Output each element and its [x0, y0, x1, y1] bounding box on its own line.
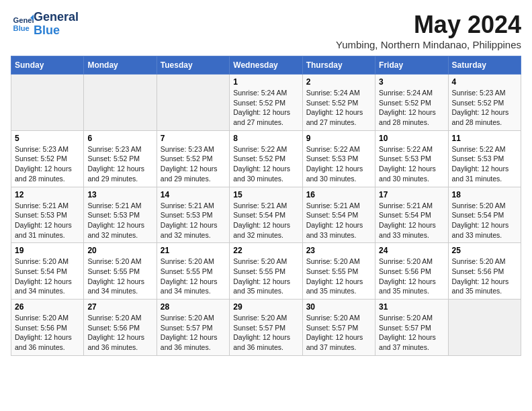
weekday-header-friday: Friday	[375, 56, 448, 75]
calendar-cell: 24Sunrise: 5:20 AM Sunset: 5:56 PM Dayli…	[375, 243, 448, 300]
day-number: 10	[379, 134, 444, 143]
day-info: Sunrise: 5:20 AM Sunset: 5:55 PM Dayligh…	[233, 257, 298, 296]
calendar-cell: 14Sunrise: 5:21 AM Sunset: 5:53 PM Dayli…	[157, 187, 229, 243]
calendar-cell	[84, 75, 157, 131]
day-number: 4	[452, 77, 517, 87]
day-number: 23	[306, 246, 371, 255]
day-info: Sunrise: 5:20 AM Sunset: 5:56 PM Dayligh…	[452, 257, 517, 296]
day-info: Sunrise: 5:24 AM Sunset: 5:52 PM Dayligh…	[233, 88, 298, 128]
logo-blue: Blue	[34, 24, 79, 38]
day-info: Sunrise: 5:20 AM Sunset: 5:57 PM Dayligh…	[306, 313, 371, 353]
day-number: 3	[379, 77, 444, 87]
day-info: Sunrise: 5:20 AM Sunset: 5:57 PM Dayligh…	[233, 313, 298, 353]
calendar-cell: 26Sunrise: 5:20 AM Sunset: 5:56 PM Dayli…	[11, 300, 84, 356]
calendar-cell: 27Sunrise: 5:20 AM Sunset: 5:56 PM Dayli…	[84, 300, 157, 356]
day-number: 2	[306, 77, 371, 87]
weekday-header-saturday: Saturday	[448, 56, 521, 75]
day-info: Sunrise: 5:24 AM Sunset: 5:52 PM Dayligh…	[379, 88, 444, 128]
day-info: Sunrise: 5:23 AM Sunset: 5:52 PM Dayligh…	[452, 88, 517, 128]
week-row-5: 26Sunrise: 5:20 AM Sunset: 5:56 PM Dayli…	[11, 300, 521, 356]
day-info: Sunrise: 5:20 AM Sunset: 5:57 PM Dayligh…	[161, 313, 226, 353]
calendar-cell: 4Sunrise: 5:23 AM Sunset: 5:52 PM Daylig…	[448, 75, 521, 131]
day-info: Sunrise: 5:20 AM Sunset: 5:55 PM Dayligh…	[87, 257, 152, 296]
logo: General Blue General Blue	[11, 11, 79, 38]
day-info: Sunrise: 5:20 AM Sunset: 5:55 PM Dayligh…	[306, 257, 371, 296]
calendar-cell: 17Sunrise: 5:21 AM Sunset: 5:54 PM Dayli…	[375, 187, 448, 243]
calendar-cell: 13Sunrise: 5:21 AM Sunset: 5:53 PM Dayli…	[84, 187, 157, 243]
calendar-body: 1Sunrise: 5:24 AM Sunset: 5:52 PM Daylig…	[11, 75, 521, 356]
subtitle: Yumbing, Northern Mindanao, Philippines	[336, 39, 521, 50]
weekday-row: SundayMondayTuesdayWednesdayThursdayFrid…	[11, 56, 521, 75]
day-number: 7	[161, 134, 226, 143]
day-number: 31	[379, 302, 444, 312]
weekday-header-wednesday: Wednesday	[230, 56, 302, 75]
calendar-cell: 9Sunrise: 5:22 AM Sunset: 5:53 PM Daylig…	[302, 130, 375, 187]
day-info: Sunrise: 5:21 AM Sunset: 5:54 PM Dayligh…	[306, 201, 371, 240]
day-info: Sunrise: 5:22 AM Sunset: 5:52 PM Dayligh…	[233, 144, 298, 184]
day-info: Sunrise: 5:20 AM Sunset: 5:56 PM Dayligh…	[87, 313, 152, 353]
day-info: Sunrise: 5:23 AM Sunset: 5:52 PM Dayligh…	[87, 144, 152, 184]
day-number: 8	[233, 134, 298, 143]
day-info: Sunrise: 5:21 AM Sunset: 5:54 PM Dayligh…	[233, 201, 298, 240]
calendar-cell: 31Sunrise: 5:20 AM Sunset: 5:57 PM Dayli…	[375, 300, 448, 356]
day-number: 5	[15, 134, 80, 143]
svg-text:Blue: Blue	[13, 24, 30, 32]
week-row-4: 19Sunrise: 5:20 AM Sunset: 5:54 PM Dayli…	[11, 243, 521, 300]
calendar-cell: 12Sunrise: 5:21 AM Sunset: 5:53 PM Dayli…	[11, 187, 84, 243]
calendar-table: SundayMondayTuesdayWednesdayThursdayFrid…	[11, 56, 521, 356]
calendar-cell	[157, 75, 229, 131]
day-number: 18	[452, 190, 517, 199]
calendar-cell: 18Sunrise: 5:20 AM Sunset: 5:54 PM Dayli…	[448, 187, 521, 243]
day-number: 1	[233, 77, 298, 87]
day-number: 12	[15, 190, 80, 199]
day-number: 6	[87, 134, 152, 143]
calendar-cell: 25Sunrise: 5:20 AM Sunset: 5:56 PM Dayli…	[448, 243, 521, 300]
logo-icon: General Blue	[12, 13, 34, 35]
day-info: Sunrise: 5:21 AM Sunset: 5:53 PM Dayligh…	[15, 201, 80, 240]
day-number: 25	[452, 246, 517, 255]
calendar-cell: 1Sunrise: 5:24 AM Sunset: 5:52 PM Daylig…	[230, 75, 302, 131]
day-info: Sunrise: 5:22 AM Sunset: 5:53 PM Dayligh…	[452, 144, 517, 184]
calendar-cell: 23Sunrise: 5:20 AM Sunset: 5:55 PM Dayli…	[302, 243, 375, 300]
day-number: 29	[233, 302, 298, 312]
calendar-cell: 16Sunrise: 5:21 AM Sunset: 5:54 PM Dayli…	[302, 187, 375, 243]
calendar-cell: 15Sunrise: 5:21 AM Sunset: 5:54 PM Dayli…	[230, 187, 302, 243]
day-info: Sunrise: 5:24 AM Sunset: 5:52 PM Dayligh…	[306, 88, 371, 128]
calendar-header: SundayMondayTuesdayWednesdayThursdayFrid…	[11, 56, 521, 75]
calendar-cell: 5Sunrise: 5:23 AM Sunset: 5:52 PM Daylig…	[11, 130, 84, 187]
day-info: Sunrise: 5:20 AM Sunset: 5:54 PM Dayligh…	[15, 257, 80, 296]
weekday-header-monday: Monday	[84, 56, 157, 75]
day-info: Sunrise: 5:23 AM Sunset: 5:52 PM Dayligh…	[161, 144, 226, 184]
day-info: Sunrise: 5:22 AM Sunset: 5:53 PM Dayligh…	[306, 144, 371, 184]
day-number: 30	[306, 302, 371, 312]
weekday-header-thursday: Thursday	[302, 56, 375, 75]
calendar-cell: 6Sunrise: 5:23 AM Sunset: 5:52 PM Daylig…	[84, 130, 157, 187]
day-info: Sunrise: 5:20 AM Sunset: 5:56 PM Dayligh…	[15, 313, 80, 353]
day-info: Sunrise: 5:21 AM Sunset: 5:53 PM Dayligh…	[87, 201, 152, 240]
day-number: 26	[15, 302, 80, 312]
calendar-cell: 19Sunrise: 5:20 AM Sunset: 5:54 PM Dayli…	[11, 243, 84, 300]
day-number: 28	[161, 302, 226, 312]
day-number: 11	[452, 134, 517, 143]
day-info: Sunrise: 5:22 AM Sunset: 5:53 PM Dayligh…	[379, 144, 444, 184]
calendar-cell: 7Sunrise: 5:23 AM Sunset: 5:52 PM Daylig…	[157, 130, 229, 187]
day-number: 13	[87, 190, 152, 199]
day-number: 22	[233, 246, 298, 255]
day-info: Sunrise: 5:23 AM Sunset: 5:52 PM Dayligh…	[15, 144, 80, 184]
calendar-cell: 11Sunrise: 5:22 AM Sunset: 5:53 PM Dayli…	[448, 130, 521, 187]
weekday-header-sunday: Sunday	[11, 56, 84, 75]
day-number: 24	[379, 246, 444, 255]
calendar-cell: 10Sunrise: 5:22 AM Sunset: 5:53 PM Dayli…	[375, 130, 448, 187]
day-info: Sunrise: 5:20 AM Sunset: 5:55 PM Dayligh…	[161, 257, 226, 296]
day-info: Sunrise: 5:20 AM Sunset: 5:56 PM Dayligh…	[379, 257, 444, 296]
day-number: 19	[15, 246, 80, 255]
header: General Blue General Blue May 2024 Yumbi…	[11, 11, 521, 50]
month-title: May 2024	[336, 11, 521, 39]
day-number: 15	[233, 190, 298, 199]
calendar-cell: 21Sunrise: 5:20 AM Sunset: 5:55 PM Dayli…	[157, 243, 229, 300]
day-number: 16	[306, 190, 371, 199]
day-number: 9	[306, 134, 371, 143]
calendar-cell: 28Sunrise: 5:20 AM Sunset: 5:57 PM Dayli…	[157, 300, 229, 356]
calendar-cell: 30Sunrise: 5:20 AM Sunset: 5:57 PM Dayli…	[302, 300, 375, 356]
day-number: 20	[87, 246, 152, 255]
